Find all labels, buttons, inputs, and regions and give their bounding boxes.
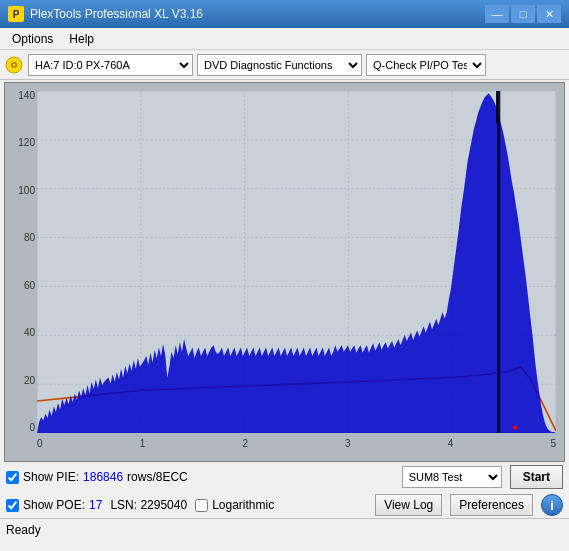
svg-point-2: [13, 63, 16, 66]
y-label-60: 60: [7, 281, 35, 291]
menu-help[interactable]: Help: [61, 30, 102, 48]
menu-bar: Options Help: [0, 28, 569, 50]
menu-options[interactable]: Options: [4, 30, 61, 48]
window-controls: — □ ✕: [485, 5, 561, 23]
show-pie-checkbox[interactable]: [6, 471, 19, 484]
logarithmic-label[interactable]: Logarithmic: [212, 498, 274, 512]
y-label-100: 100: [7, 186, 35, 196]
lsn-value: 2295040: [140, 498, 187, 512]
pie-value[interactable]: 186846: [83, 470, 123, 484]
show-poe-label[interactable]: Show POE:: [23, 498, 85, 512]
svg-rect-19: [497, 91, 500, 433]
y-label-40: 40: [7, 328, 35, 338]
x-axis: 0 1 2 3 4 5: [37, 433, 556, 453]
logarithmic-checkbox[interactable]: [195, 499, 208, 512]
y-label-120: 120: [7, 138, 35, 148]
close-button[interactable]: ✕: [537, 5, 561, 23]
status-bar: Ready: [0, 518, 569, 540]
rows-label: rows/8ECC: [127, 470, 188, 484]
minimize-button[interactable]: —: [485, 5, 509, 23]
drive-select[interactable]: HA:7 ID:0 PX-760A: [28, 54, 193, 76]
drive-icon: [4, 55, 24, 75]
test-select[interactable]: Q-Check PI/PO Test: [366, 54, 486, 76]
poe-value[interactable]: 17: [89, 498, 102, 512]
y-label-140: 140: [7, 91, 35, 101]
show-poe-group: Show POE: 17: [6, 498, 102, 512]
x-label-5: 5: [550, 438, 556, 449]
y-label-0: 0: [7, 423, 35, 433]
logarithmic-group: Logarithmic: [195, 498, 274, 512]
x-label-0: 0: [37, 438, 43, 449]
x-label-1: 1: [140, 438, 146, 449]
show-pie-label[interactable]: Show PIE:: [23, 470, 79, 484]
chart-container: 0 20 40 60 80 100 120 140: [4, 82, 565, 462]
chart-plot: [37, 91, 556, 433]
info-button[interactable]: i: [541, 494, 563, 516]
status-row-1: Show PIE: 186846 rows/8ECC SUM8 Test SUM…: [0, 462, 569, 492]
ready-status: Ready: [6, 523, 41, 537]
sum8-select[interactable]: SUM8 Test SUM1 Test: [402, 466, 502, 488]
y-axis: 0 20 40 60 80 100 120 140: [5, 91, 37, 433]
maximize-button[interactable]: □: [511, 5, 535, 23]
window-title: PlexTools Professional XL V3.16: [30, 7, 485, 21]
title-bar: P PlexTools Professional XL V3.16 — □ ✕: [0, 0, 569, 28]
svg-point-20: [513, 426, 517, 430]
lsn-label: LSN: 2295040: [110, 498, 187, 512]
preferences-button[interactable]: Preferences: [450, 494, 533, 516]
app-icon: P: [8, 6, 24, 22]
x-label-3: 3: [345, 438, 351, 449]
function-select[interactable]: DVD Diagnostic Functions: [197, 54, 362, 76]
y-label-80: 80: [7, 233, 35, 243]
show-pie-group: Show PIE: 186846 rows/8ECC: [6, 470, 188, 484]
show-poe-checkbox[interactable]: [6, 499, 19, 512]
status-row-2: Show POE: 17 LSN: 2295040 Logarithmic Vi…: [0, 492, 569, 518]
start-button[interactable]: Start: [510, 465, 563, 489]
chart-area: 0 20 40 60 80 100 120 140: [0, 82, 569, 462]
toolbar: HA:7 ID:0 PX-760A DVD Diagnostic Functio…: [0, 50, 569, 80]
x-label-4: 4: [448, 438, 454, 449]
x-label-2: 2: [242, 438, 248, 449]
view-log-button[interactable]: View Log: [375, 494, 442, 516]
y-label-20: 20: [7, 376, 35, 386]
